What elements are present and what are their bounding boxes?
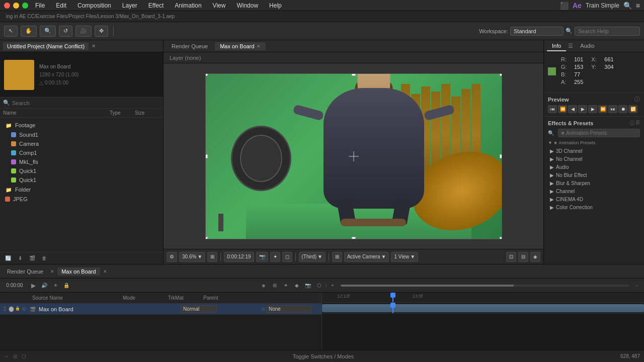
handle-bottom-middle[interactable] <box>352 237 356 239</box>
tl-lock-btn[interactable]: 🔒 <box>61 281 71 291</box>
project-item-jpeg[interactable]: JPEG <box>3 195 160 203</box>
project-import-btn[interactable]: ⬇ <box>15 253 25 263</box>
effect-audio[interactable]: ▶ Audio <box>548 163 640 171</box>
menu-item-composition[interactable]: Composition <box>75 2 113 10</box>
viewer-extra-btn-3[interactable]: ◈ <box>530 252 540 262</box>
tl-zoom-out-btn[interactable]: - <box>632 281 642 291</box>
menu-item-window[interactable]: Window <box>234 2 260 10</box>
viewer-extra-btn-1[interactable]: ⊡ <box>506 252 516 262</box>
effect-color-correction[interactable]: ▶ Color Correction <box>548 204 640 211</box>
project-item-quick2[interactable]: Quick1 <box>3 176 160 184</box>
tl-extra-btn[interactable]: ⬡ <box>314 281 324 291</box>
tl-zoom-slider[interactable] <box>341 285 629 287</box>
hamburger-icon[interactable]: ≡ <box>636 2 640 10</box>
tl-camera-btn[interactable]: 📷 <box>303 281 313 291</box>
workspace-dropdown[interactable]: Standard Animation Minimal Motion Tracki… <box>510 27 564 36</box>
effect-3d-channel[interactable]: ▶ 3D Channel <box>548 147 640 155</box>
viewer-settings-btn[interactable]: ⚙ <box>167 252 177 262</box>
menu-item-animation[interactable]: Animation <box>173 2 203 10</box>
preview-fwd-btn[interactable]: ▶ <box>588 105 597 113</box>
project-item-comp[interactable]: Comp1 <box>3 149 160 157</box>
tab-info[interactable]: Info <box>547 41 566 51</box>
toolbar-hand-tool[interactable]: ✋ <box>21 26 37 37</box>
preview-rev-btn[interactable]: ◀ <box>568 105 577 113</box>
tl-grid-btn[interactable]: ⊞ <box>270 281 280 291</box>
toolbar-pan-tool[interactable]: ✥ <box>95 26 108 37</box>
view-count-btn[interactable]: 1 View ▼ <box>391 252 418 262</box>
toolbar-selection-tool[interactable]: ↖ <box>4 26 18 37</box>
project-new-btn[interactable]: 🔄 <box>3 253 13 263</box>
preview-record-btn[interactable]: ⏺ <box>618 105 627 113</box>
preview-last-btn[interactable]: ⏭ <box>608 105 617 113</box>
grid-btn[interactable]: ⊞ <box>332 252 342 262</box>
handle-right-middle[interactable] <box>500 154 502 158</box>
tl-motion-blur-btn[interactable]: ◈ <box>259 281 269 291</box>
close-button[interactable] <box>4 3 10 9</box>
effects-info-icon[interactable]: ⓘ <box>629 120 634 127</box>
lock-toggle[interactable]: 🔒 <box>15 306 21 312</box>
tl-tab-render[interactable]: Render Queue <box>3 267 47 276</box>
close-project-tab[interactable]: ✕ <box>92 43 96 49</box>
viewer-extra-btn-2[interactable]: ⊟ <box>518 252 528 262</box>
preview-play-btn[interactable]: ▶ <box>578 105 587 113</box>
tab-project[interactable]: Untitled Project (Name Conflict) <box>3 42 89 50</box>
parent-dropdown[interactable]: None <box>266 305 311 313</box>
project-item-folder[interactable]: 📁 Folder <box>3 185 160 194</box>
transparency-btn[interactable]: ✦ <box>270 252 280 262</box>
effect-channel[interactable]: ▶ Channel <box>548 188 640 195</box>
project-comp-btn[interactable]: 🎬 <box>27 253 37 263</box>
tl-solo-btn[interactable]: ☀ <box>50 281 60 291</box>
project-item-quick1[interactable]: Quick1 <box>3 167 160 175</box>
toolbar-rotate-tool[interactable]: ↺ <box>59 26 72 37</box>
timeline-right-panel[interactable]: 12:12f 13:0f <box>322 293 644 350</box>
status-icon-2[interactable]: ◎ <box>13 353 18 359</box>
snapshot-btn[interactable]: 📷 <box>256 252 268 262</box>
tab-max-on-board[interactable]: Max on Board ✕ <box>215 42 265 50</box>
effect-no-blur[interactable]: ▶ No Blur Effect <box>548 171 640 179</box>
timecode-display[interactable]: 0:00:12:19 <box>224 252 254 262</box>
region-btn[interactable]: ◻ <box>282 252 292 262</box>
status-icon-1[interactable]: ↔ <box>4 353 9 359</box>
tl-marker-btn[interactable]: ◆ <box>292 281 302 291</box>
handle-top-right[interactable] <box>500 73 502 76</box>
toolbar-camera-tool[interactable]: 🎥 <box>75 26 92 37</box>
tl-adjust-btn[interactable]: ✦ <box>281 281 291 291</box>
project-search-input[interactable] <box>12 100 160 106</box>
tl-tab-max[interactable]: Max on Board <box>57 267 100 276</box>
effect-cinema4d[interactable]: ▶ CINEMA 4D <box>548 196 640 203</box>
mode-dropdown[interactable]: Normal Dissolve Multiply Screen Overlay <box>181 305 217 313</box>
video-frame[interactable] <box>205 73 502 239</box>
maximize-button[interactable] <box>22 3 28 9</box>
menu-item-layer[interactable]: Layer <box>120 2 139 10</box>
row-solo-btn[interactable]: ☉ <box>22 306 26 312</box>
menu-item-effect[interactable]: Effect <box>146 2 166 10</box>
project-delete-btn[interactable]: 🗑 <box>39 253 49 263</box>
handle-bottom-left[interactable] <box>205 237 208 239</box>
tl-tab-close-2[interactable]: ✕ <box>102 269 108 274</box>
tl-zoom-in-btn[interactable]: + <box>328 281 338 291</box>
handle-left-middle[interactable] <box>205 154 208 158</box>
tab-audio[interactable]: Audio <box>575 41 599 51</box>
toolbar-zoom-tool[interactable]: 🔍 <box>40 26 56 37</box>
tl-play-btn[interactable]: ▶ <box>28 281 38 291</box>
menu-item-file[interactable]: File <box>33 2 47 10</box>
active-camera-btn[interactable]: Active Camera ▼ <box>344 252 389 262</box>
menu-item-edit[interactable]: Edit <box>54 2 68 10</box>
minimize-button[interactable] <box>13 3 19 9</box>
project-item-mkl[interactable]: MkL_fls <box>3 158 160 166</box>
menu-item-view[interactable]: View <box>211 2 228 10</box>
effect-no-channel[interactable]: ▶ No Channel <box>548 155 640 163</box>
tl-tab-close-1[interactable]: ✕ <box>49 269 55 274</box>
effect-blur-sharpen[interactable]: ▶ Blur & Sharpen <box>548 179 640 187</box>
project-item-camera[interactable]: Camera <box>3 140 160 148</box>
tl-audio-btn[interactable]: 🔊 <box>39 281 49 291</box>
handle-bottom-right[interactable] <box>500 237 502 239</box>
visibility-toggle[interactable] <box>9 306 14 312</box>
effects-search-input[interactable] <box>558 129 640 137</box>
search-icon[interactable]: 🔍 <box>623 2 632 10</box>
project-item-footage[interactable]: 📁 Footage <box>3 121 160 130</box>
effects-menu-icon[interactable]: ☰ <box>635 120 640 127</box>
close-max-tab-icon[interactable]: ✕ <box>257 44 261 49</box>
tab-info-settings[interactable]: ☰ <box>566 41 575 51</box>
handle-top-left[interactable] <box>205 73 208 76</box>
